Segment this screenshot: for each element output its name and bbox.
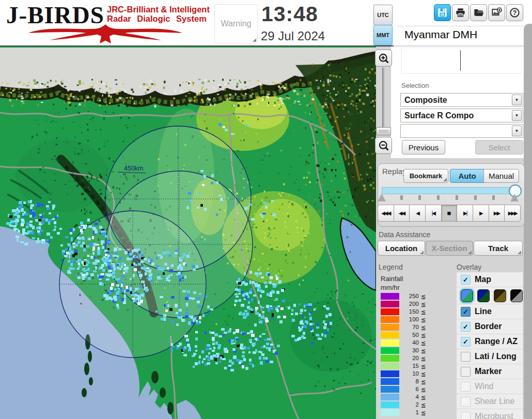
fast-forward-triple-icon: ▶▶▶	[508, 210, 517, 216]
legend-value: 8	[400, 378, 419, 384]
skip-to-start-button[interactable]: |◀	[426, 205, 442, 222]
overlay-item-wind: Wind	[457, 379, 523, 394]
overlay-item-marker[interactable]: Marker	[457, 364, 523, 379]
auto-mode-button[interactable]: Auto	[450, 169, 484, 183]
help-icon: ?	[509, 7, 520, 18]
legend-value: 200	[400, 301, 419, 307]
station-divider	[397, 26, 523, 26]
warning-button[interactable]: Warning	[214, 4, 258, 43]
selection-dropdown-2[interactable]: Surface R Compo▼	[400, 108, 523, 122]
open-folder-button[interactable]	[470, 4, 487, 21]
save-button[interactable]	[434, 4, 451, 21]
legend-title-line2: mm/hr	[381, 284, 400, 291]
legend-lte-symbol: ≦	[421, 324, 426, 331]
open-folder-icon	[473, 7, 484, 18]
legend-color-swatch	[381, 324, 399, 331]
overlay-item-label: Shear Line	[475, 397, 514, 406]
legend-lte-symbol: ≦	[421, 332, 426, 339]
legend-row: 200≦	[381, 300, 437, 308]
chevron-down-icon[interactable]: ▼	[512, 95, 522, 105]
overlay-item-lati-long[interactable]: Lati / Long	[457, 349, 523, 364]
zoom-out-button[interactable]	[375, 137, 392, 154]
slider-start-marker[interactable]	[378, 194, 386, 201]
site-info-box[interactable]	[401, 48, 522, 74]
zoom-slider-handle[interactable]	[376, 127, 391, 135]
map-style-blue-green-swatch[interactable]	[461, 289, 473, 302]
jbirds-window: J-BIRDS JRC-Brilliant & Intelligent Rada…	[0, 0, 532, 419]
manual-mode-button[interactable]: Manual	[483, 169, 519, 183]
legend-row: 6≦	[381, 385, 437, 393]
slider-tick	[492, 195, 495, 200]
legend-color-swatch	[381, 308, 399, 315]
map-style-navy-darkgreen-swatch[interactable]	[477, 289, 490, 302]
map-style-dark-olive-swatch[interactable]	[494, 289, 506, 302]
overlay-item-shear-line: Shear Line	[457, 394, 523, 409]
fast-rewind-button[interactable]: ◀◀	[394, 205, 410, 222]
legend-row: 40≦	[381, 339, 437, 347]
checkbox-unchecked-icon[interactable]	[461, 367, 471, 377]
replay-slider-track[interactable]	[382, 187, 519, 194]
previous-button[interactable]: Previous	[402, 140, 445, 154]
mmt-toggle-button[interactable]: MMT	[373, 25, 393, 45]
zoom-out-icon	[378, 140, 389, 151]
skip-to-end-icon: ▶|	[463, 210, 466, 216]
print-icon	[455, 7, 466, 18]
checkbox-unchecked-icon[interactable]	[461, 352, 471, 362]
utc-toggle-button[interactable]: UTC	[373, 5, 393, 25]
print-button[interactable]	[452, 4, 469, 21]
legend-row: 8≦	[381, 378, 437, 385]
slider-tick	[437, 195, 440, 200]
step-back-button[interactable]: ◀	[410, 205, 426, 222]
legend-value: 10	[400, 370, 419, 377]
checkbox-checked-icon[interactable]: ✓	[461, 307, 471, 317]
bookmark-button[interactable]: Bookmark	[403, 169, 448, 183]
overlay-item-map[interactable]: ✓Map	[457, 272, 523, 287]
zoom-in-icon	[378, 53, 389, 64]
legend-row: 50≦	[381, 331, 437, 339]
fast-forward-triple-button[interactable]: ▶▶▶	[505, 205, 521, 222]
overlay-item-border[interactable]: ✓Border	[457, 319, 523, 334]
legend-lte-symbol: ≦	[421, 316, 426, 323]
overlay-item-line[interactable]: ✓Line	[457, 304, 523, 319]
overlay-item-label: Map	[475, 275, 491, 284]
slider-tick	[474, 195, 477, 200]
x-section-button[interactable]: X-Section	[426, 241, 473, 256]
add-image-button[interactable]	[488, 4, 505, 21]
checkbox-checked-icon[interactable]: ✓	[461, 337, 471, 347]
fast-forward-button[interactable]: ▶▶	[489, 205, 505, 222]
overlay-item-range-az[interactable]: ✓Range / AZ	[457, 334, 523, 349]
zoom-slider-track[interactable]	[382, 68, 384, 133]
track-button[interactable]: Track	[474, 241, 523, 256]
map-style-black-gray-swatch[interactable]	[510, 289, 523, 302]
select-button[interactable]: Select	[475, 140, 523, 154]
zoom-in-button[interactable]	[375, 50, 392, 67]
legend-color-swatch	[381, 363, 399, 369]
station-name: Myanmar DMH	[404, 28, 477, 41]
slider-end-marker[interactable]	[510, 194, 519, 201]
overlay-item-label: Wind	[475, 382, 493, 391]
stop-icon: ■	[447, 209, 451, 217]
legend-lte-symbol: ≦	[421, 363, 426, 370]
location-button[interactable]: Location	[378, 241, 425, 256]
fast-rewind-triple-button[interactable]: ◀◀◀	[378, 205, 394, 222]
legend-lte-symbol: ≦	[421, 339, 426, 347]
help-button[interactable]: ?	[506, 4, 523, 21]
checkbox-unchecked-icon	[461, 412, 471, 419]
legend-label: Legend	[379, 263, 403, 271]
chevron-down-icon[interactable]: ▼	[512, 110, 522, 121]
checkbox-checked-icon[interactable]: ✓	[461, 322, 471, 332]
play-button[interactable]: ▶	[473, 205, 489, 222]
chevron-down-icon[interactable]: ▼	[512, 126, 522, 136]
legend-row: 30≦	[381, 347, 437, 354]
legend-value: 50	[400, 332, 419, 338]
radar-map[interactable]: 450km	[0, 46, 376, 419]
selection-dropdown-1[interactable]: Composite▼	[400, 93, 523, 107]
logo-tagline-line1: JRC-Brilliant & Intelligent	[107, 5, 210, 14]
skip-to-end-button[interactable]: ▶|	[457, 205, 473, 222]
selection-dropdown-3[interactable]: ▼	[400, 124, 523, 138]
svg-text:?: ?	[513, 9, 517, 17]
checkbox-checked-icon[interactable]: ✓	[461, 275, 471, 285]
save-icon	[437, 7, 448, 18]
panel-edge-strip	[524, 24, 532, 419]
stop-button[interactable]: ■	[442, 205, 458, 222]
